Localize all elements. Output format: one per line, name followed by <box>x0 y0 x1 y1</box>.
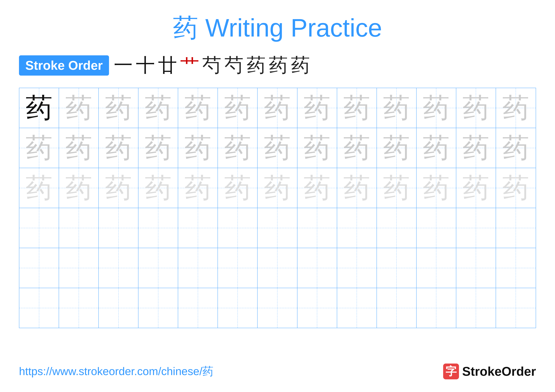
grid-cell-1-9[interactable]: 药 <box>377 128 416 168</box>
grid-cell-1-6[interactable]: 药 <box>258 128 297 168</box>
grid-row-1: 药药药药药药药药药药药药药 <box>19 128 536 168</box>
grid-cell-0-11[interactable]: 药 <box>456 88 496 128</box>
stroke-4: 艹 <box>180 52 199 78</box>
grid-cell-4-7[interactable] <box>297 248 337 288</box>
grid-cell-3-1[interactable] <box>59 208 99 248</box>
grid-cell-1-1[interactable]: 药 <box>59 128 99 168</box>
cell-character: 药 <box>343 95 370 121</box>
grid-cell-0-0[interactable]: 药 <box>19 88 59 128</box>
grid-cell-1-2[interactable]: 药 <box>99 128 139 168</box>
cell-character: 药 <box>184 135 211 161</box>
grid-cell-2-1[interactable]: 药 <box>59 168 99 208</box>
grid-cell-5-1[interactable] <box>59 288 99 328</box>
grid-cell-3-0[interactable] <box>19 208 59 248</box>
grid-cell-1-7[interactable]: 药 <box>297 128 337 168</box>
grid-cell-3-3[interactable] <box>139 208 178 248</box>
grid-cell-4-2[interactable] <box>99 248 139 288</box>
stroke-7: 药 <box>247 52 266 78</box>
grid-cell-0-2[interactable]: 药 <box>99 88 139 128</box>
footer-url[interactable]: https://www.strokeorder.com/chinese/药 <box>19 364 213 379</box>
grid-cell-5-4[interactable] <box>178 288 218 328</box>
grid-cell-2-2[interactable]: 药 <box>99 168 139 208</box>
grid-cell-0-1[interactable]: 药 <box>59 88 99 128</box>
grid-cell-3-7[interactable] <box>297 208 337 248</box>
stroke-5: 芍 <box>202 52 221 78</box>
logo-text: StrokeOrder <box>462 364 536 379</box>
grid-row-4 <box>19 248 536 288</box>
grid-cell-5-12[interactable] <box>496 288 536 328</box>
grid-cell-2-9[interactable]: 药 <box>377 168 416 208</box>
grid-cell-4-11[interactable] <box>456 248 496 288</box>
grid-cell-4-0[interactable] <box>19 248 59 288</box>
grid-cell-1-0[interactable]: 药 <box>19 128 59 168</box>
grid-cell-5-0[interactable] <box>19 288 59 328</box>
grid-cell-4-1[interactable] <box>59 248 99 288</box>
cell-character: 药 <box>145 175 172 201</box>
grid-cell-2-6[interactable]: 药 <box>258 168 297 208</box>
stroke-8: 药 <box>269 52 288 78</box>
cell-character: 药 <box>145 95 172 121</box>
cell-character: 药 <box>502 135 529 161</box>
grid-cell-3-10[interactable] <box>416 208 456 248</box>
grid-cell-4-6[interactable] <box>258 248 297 288</box>
grid-cell-2-12[interactable]: 药 <box>496 168 536 208</box>
grid-cell-2-3[interactable]: 药 <box>139 168 178 208</box>
grid-cell-3-9[interactable] <box>377 208 416 248</box>
grid-cell-0-5[interactable]: 药 <box>218 88 258 128</box>
grid-cell-3-12[interactable] <box>496 208 536 248</box>
grid-cell-0-12[interactable]: 药 <box>496 88 536 128</box>
cell-character: 药 <box>383 95 410 121</box>
grid-cell-3-11[interactable] <box>456 208 496 248</box>
grid-cell-1-12[interactable]: 药 <box>496 128 536 168</box>
grid-cell-5-10[interactable] <box>416 288 456 328</box>
grid-cell-5-9[interactable] <box>377 288 416 328</box>
grid-cell-5-7[interactable] <box>297 288 337 328</box>
grid-cell-4-8[interactable] <box>337 248 377 288</box>
stroke-6: 芍 <box>225 52 243 78</box>
grid-cell-2-10[interactable]: 药 <box>416 168 456 208</box>
grid-cell-1-4[interactable]: 药 <box>178 128 218 168</box>
grid-cell-2-7[interactable]: 药 <box>297 168 337 208</box>
grid-cell-1-11[interactable]: 药 <box>456 128 496 168</box>
grid-cell-4-9[interactable] <box>377 248 416 288</box>
grid-cell-0-10[interactable]: 药 <box>416 88 456 128</box>
grid-cell-4-5[interactable] <box>218 248 258 288</box>
grid-cell-1-8[interactable]: 药 <box>337 128 377 168</box>
cell-character: 药 <box>423 95 450 121</box>
grid-cell-3-6[interactable] <box>258 208 297 248</box>
grid-cell-5-5[interactable] <box>218 288 258 328</box>
cell-character: 药 <box>343 175 370 201</box>
grid-cell-4-4[interactable] <box>178 248 218 288</box>
grid-cell-2-11[interactable]: 药 <box>456 168 496 208</box>
cell-character: 药 <box>26 175 52 201</box>
grid-cell-3-2[interactable] <box>99 208 139 248</box>
grid-cell-0-7[interactable]: 药 <box>297 88 337 128</box>
grid-cell-0-9[interactable]: 药 <box>377 88 416 128</box>
cell-character: 药 <box>26 135 52 161</box>
grid-cell-0-8[interactable]: 药 <box>337 88 377 128</box>
grid-cell-2-0[interactable]: 药 <box>19 168 59 208</box>
grid-cell-5-11[interactable] <box>456 288 496 328</box>
grid-cell-3-8[interactable] <box>337 208 377 248</box>
grid-cell-4-12[interactable] <box>496 248 536 288</box>
cell-character: 药 <box>26 95 52 121</box>
grid-cell-2-5[interactable]: 药 <box>218 168 258 208</box>
grid-cell-2-4[interactable]: 药 <box>178 168 218 208</box>
grid-cell-3-4[interactable] <box>178 208 218 248</box>
grid-cell-5-8[interactable] <box>337 288 377 328</box>
grid-cell-1-5[interactable]: 药 <box>218 128 258 168</box>
grid-cell-1-3[interactable]: 药 <box>139 128 178 168</box>
grid-cell-3-5[interactable] <box>218 208 258 248</box>
grid-cell-5-3[interactable] <box>139 288 178 328</box>
grid-cell-1-10[interactable]: 药 <box>416 128 456 168</box>
grid-cell-0-3[interactable]: 药 <box>139 88 178 128</box>
grid-cell-4-10[interactable] <box>416 248 456 288</box>
grid-cell-0-6[interactable]: 药 <box>258 88 297 128</box>
grid-cell-0-4[interactable]: 药 <box>178 88 218 128</box>
grid-cell-5-2[interactable] <box>99 288 139 328</box>
cell-character: 药 <box>462 95 489 121</box>
grid-cell-2-8[interactable]: 药 <box>337 168 377 208</box>
grid-cell-4-3[interactable] <box>139 248 178 288</box>
grid-cell-5-6[interactable] <box>258 288 297 328</box>
grid-row-0: 药药药药药药药药药药药药药 <box>19 88 536 128</box>
